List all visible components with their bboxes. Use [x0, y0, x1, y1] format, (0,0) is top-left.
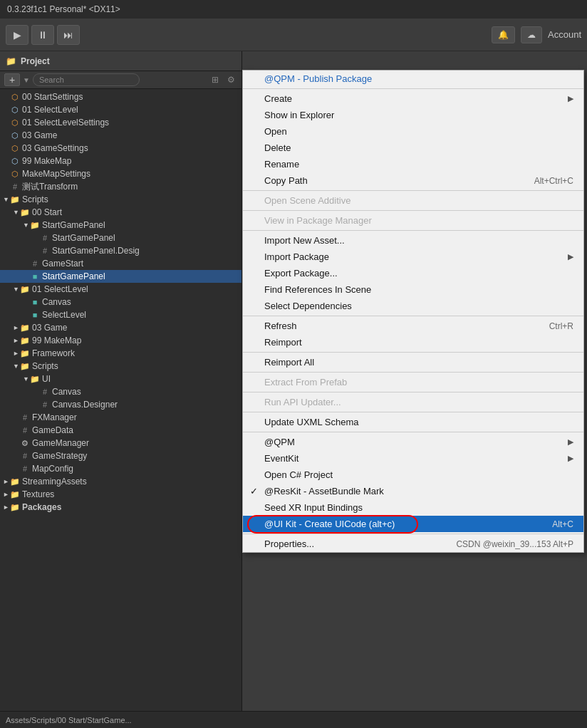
tree-item-label: MapConfig [32, 464, 73, 474]
tree-item[interactable]: #StartGamePanel.Desig [0, 244, 241, 257]
menu-item-label: Update UXML Schema [264, 417, 573, 427]
menu-item[interactable]: Reimport All [243, 354, 583, 370]
menu-item[interactable]: Seed XR Input Bindings [243, 499, 583, 516]
panel-header: 📁 Project [0, 51, 241, 71]
menu-item[interactable]: RefreshCtrl+R [243, 318, 583, 334]
tree-item-label: StartGamePanel [42, 271, 105, 281]
search-input[interactable] [33, 73, 140, 86]
tree-item[interactable]: ►📁Packages [0, 501, 241, 514]
tree-item[interactable]: ■StartGamePanel [0, 270, 241, 283]
menu-separator [243, 372, 583, 373]
menu-item[interactable]: ✓@ResKit - AssetBundle Mark [243, 483, 583, 499]
tree-item-icon: ⬡ [10, 92, 20, 102]
cloud-button[interactable]: ☁ [521, 26, 542, 43]
menu-item-wrapper: Properties...CSDN @weixin_39...153 Alt+P [243, 536, 583, 552]
tree-item-label: StartGamePanel [42, 220, 105, 230]
menu-item[interactable]: Copy PathAlt+Ctrl+C [243, 172, 583, 189]
tree-item-label: 03 Game [32, 323, 67, 333]
view-toggle-icon[interactable]: ⊞ [209, 73, 222, 86]
tree-item[interactable]: ►📁03 Game [0, 321, 241, 334]
menu-item[interactable]: Reimport [243, 334, 583, 350]
tree-item[interactable]: #Canvas.Designer [0, 398, 241, 411]
tree-item[interactable]: ⬡01 SelectLevelSettings [0, 116, 241, 129]
pause-button[interactable]: ⏸ [31, 25, 54, 45]
menu-item[interactable]: Open [243, 123, 583, 140]
tree-item[interactable]: ▼📁Scripts [0, 360, 241, 373]
tree-item[interactable]: #Canvas [0, 385, 241, 398]
tree-item[interactable]: ►📁Textures [0, 488, 241, 501]
tree-item[interactable]: #GameStrategy [0, 449, 241, 462]
tree-item[interactable]: ⬡03 GameSettings [0, 142, 241, 155]
tree-item[interactable]: ⬡00 StartSettings [0, 90, 241, 103]
tree-item[interactable]: ⬡MakeMapSettings [0, 167, 241, 180]
tree-item-icon: 📁 [20, 361, 30, 371]
menu-item[interactable]: Rename [243, 156, 583, 172]
tree-item[interactable]: ►📁StreamingAssets [0, 475, 241, 488]
menu-item[interactable]: Import New Asset... [243, 232, 583, 249]
menu-item[interactable]: Export Package... [243, 265, 583, 281]
tree-item-label: 01 SelectLevelSettings [22, 118, 109, 128]
tree-item[interactable]: ■Canvas [0, 296, 241, 308]
menu-item[interactable]: Properties...CSDN @weixin_39...153 Alt+P [243, 536, 583, 552]
menu-item[interactable]: @QPM - Publish Package [243, 71, 583, 87]
tree-item[interactable]: ▼📁StartGamePanel [0, 219, 241, 232]
tree-item[interactable]: ►📁99 MakeMap [0, 334, 241, 347]
tree-item[interactable]: ⬡99 MakeMap [0, 155, 241, 167]
add-button[interactable]: + [4, 73, 20, 86]
tree-item[interactable]: ▼📁UI [0, 373, 241, 385]
tree-item-label: GameStart [42, 259, 83, 269]
menu-item-label: Show in Explorer [264, 110, 573, 120]
tree-item[interactable]: #测试Transform [0, 180, 241, 193]
menu-item[interactable]: Update UXML Schema [243, 414, 583, 430]
menu-item[interactable]: View in Package Manager [243, 212, 583, 229]
menu-item[interactable]: Open Scene Additive [243, 192, 583, 209]
menu-separator [243, 432, 583, 432]
tree-arrow-icon [3, 157, 9, 165]
menu-item[interactable]: @UI Kit - Create UICode (alt+c)Alt+C [243, 516, 583, 532]
tree-item[interactable]: ▼📁00 Start [0, 206, 241, 219]
play-button[interactable]: ▶ [6, 25, 28, 45]
tree-item[interactable]: ▼📁01 SelectLevel [0, 283, 241, 296]
tree-item[interactable]: #MapConfig [0, 462, 241, 475]
tree-item[interactable]: #GameData [0, 424, 241, 437]
tree-item[interactable]: #FXManager [0, 411, 241, 424]
tree-item-icon: ⬡ [10, 169, 20, 179]
menu-shortcut: Alt+Ctrl+C [534, 176, 573, 186]
menu-item[interactable]: @QPM▶ [243, 434, 583, 450]
tree-item[interactable]: #GameStart [0, 257, 241, 270]
menu-item[interactable]: Import Package▶ [243, 249, 583, 265]
menu-item[interactable]: EventKit▶ [243, 450, 583, 467]
tree-item[interactable]: ⚙GameManager [0, 437, 241, 449]
tree-arrow-icon [13, 427, 19, 434]
tree-item[interactable]: ▼📁Scripts [0, 193, 241, 206]
step-button[interactable]: ⏭ [57, 25, 80, 45]
tree-item-icon: ⬡ [10, 143, 20, 153]
settings-icon[interactable]: ⚙ [224, 73, 237, 86]
menu-item-label: Open C# Project [264, 469, 573, 480]
menu-item[interactable]: Select Dependencies [243, 298, 583, 314]
menu-item[interactable]: Create▶ [243, 90, 583, 107]
menu-item[interactable]: Delete [243, 140, 583, 156]
menu-item[interactable]: Find References In Scene [243, 281, 583, 298]
menu-item[interactable]: Show in Explorer [243, 107, 583, 123]
play-icon: ▶ [14, 29, 21, 41]
tree-item-label: Framework [32, 348, 75, 358]
tree-arrow-icon [23, 298, 28, 306]
tree-item-label: MakeMapSettings [22, 169, 90, 179]
tree-item-label: Canvas [42, 297, 71, 307]
tree-item[interactable]: ►📁Framework [0, 347, 241, 360]
tree-item[interactable]: ■SelectLevel [0, 308, 241, 321]
tree-item-icon: # [40, 400, 50, 410]
tree-item[interactable]: ⬡01 SelectLevel [0, 103, 241, 116]
menu-item[interactable]: Open C# Project [243, 467, 583, 483]
menu-item[interactable]: Extract From Prefab [243, 374, 583, 390]
account-label[interactable]: Account [548, 29, 581, 40]
menu-item[interactable]: Run API Updater... [243, 394, 583, 410]
tree-item-icon: 📁 [20, 284, 30, 294]
tree-arrow-icon: ► [13, 337, 19, 344]
menu-separator [243, 190, 583, 191]
collab-button[interactable]: 🔔 [492, 26, 515, 43]
tree-item[interactable]: ⬡03 Game [0, 129, 241, 142]
tree-item-icon: # [20, 412, 30, 422]
tree-item[interactable]: #StartGamePanel [0, 232, 241, 244]
